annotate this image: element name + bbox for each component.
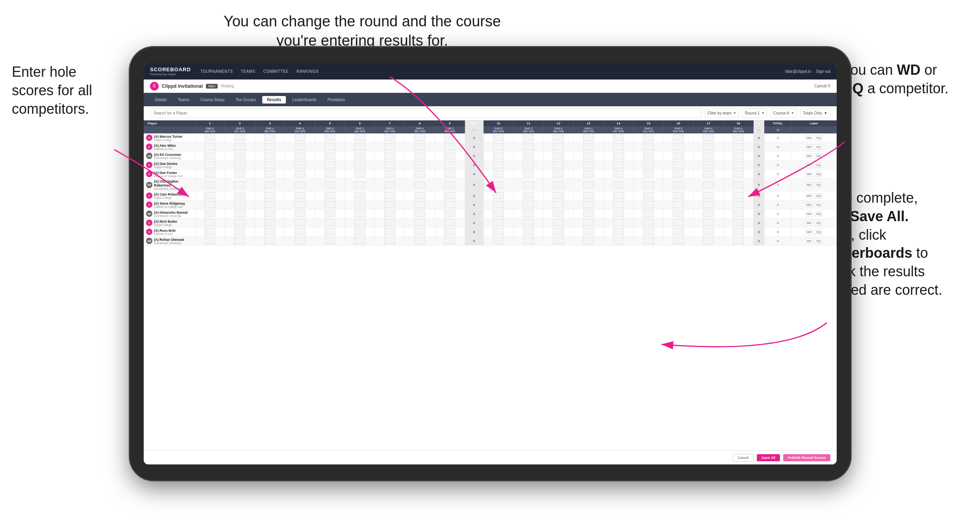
hole-5-input[interactable] [315, 218, 345, 227]
hole-score-field[interactable] [583, 152, 594, 159]
hole-7-input[interactable] [375, 200, 405, 209]
hole-score-field[interactable] [384, 192, 395, 199]
hole-10-input[interactable] [484, 170, 513, 179]
hole-score-field[interactable] [493, 181, 504, 189]
hole-score-field[interactable] [295, 210, 306, 217]
hole-score-field[interactable] [553, 201, 564, 208]
hole-score-field[interactable] [553, 228, 564, 235]
hole-9-input[interactable] [435, 200, 465, 209]
hole-score-field[interactable] [583, 134, 594, 141]
hole-11-input[interactable] [513, 218, 543, 227]
hole-score-field[interactable] [204, 219, 215, 226]
hole-score-field[interactable] [703, 201, 714, 208]
hole-score-field[interactable] [583, 219, 594, 226]
hole-2-input[interactable] [225, 209, 255, 218]
hole-score-field[interactable] [295, 161, 306, 168]
hole-score-field[interactable] [613, 219, 624, 226]
hole-score-field[interactable] [414, 152, 425, 159]
hole-score-field[interactable] [583, 143, 594, 150]
hole-score-field[interactable] [234, 134, 245, 141]
hole-12-input[interactable] [543, 218, 573, 227]
hole-8-input[interactable] [405, 191, 435, 200]
hole-score-field[interactable] [414, 192, 425, 199]
hole-score-field[interactable] [354, 134, 365, 141]
hole-score-field[interactable] [733, 237, 744, 244]
hole-11-input[interactable] [513, 133, 543, 142]
hole-score-field[interactable] [354, 192, 365, 199]
hole-17-input[interactable] [693, 227, 723, 237]
course-dropdown[interactable]: Course A ▼ [771, 109, 797, 118]
hole-score-field[interactable] [703, 219, 714, 226]
hole-score-field[interactable] [673, 219, 684, 226]
hole-score-field[interactable] [204, 134, 215, 141]
hole-score-field[interactable] [553, 192, 564, 199]
wd-button[interactable]: WD [805, 153, 813, 159]
hole-score-field[interactable] [643, 134, 654, 141]
hole-1-input[interactable] [195, 191, 225, 200]
dq-button[interactable]: DQ [815, 239, 822, 244]
hole-score-field[interactable] [234, 143, 245, 150]
hole-score-field[interactable] [643, 237, 654, 244]
hole-7-input[interactable] [375, 133, 405, 142]
hole-score-field[interactable] [324, 134, 335, 141]
hole-12-input[interactable] [543, 133, 573, 142]
hole-17-input[interactable] [693, 179, 723, 191]
hole-score-field[interactable] [613, 237, 624, 244]
hole-score-field[interactable] [384, 228, 395, 235]
hole-score-field[interactable] [444, 152, 455, 159]
hole-2-input[interactable] [225, 152, 255, 161]
hole-5-input[interactable] [315, 200, 345, 209]
hole-13-input[interactable] [574, 191, 604, 200]
hole-4-input[interactable] [285, 142, 315, 152]
hole-score-field[interactable] [384, 152, 395, 159]
dq-button[interactable]: DQ [815, 153, 822, 159]
hole-score-field[interactable] [733, 228, 744, 235]
hole-score-field[interactable] [523, 201, 534, 208]
hole-score-field[interactable] [354, 237, 365, 244]
hole-9-input[interactable] [435, 237, 465, 246]
hole-score-field[interactable] [613, 134, 624, 141]
hole-16-input[interactable] [663, 200, 693, 209]
hole-score-field[interactable] [583, 201, 594, 208]
hole-score-field[interactable] [444, 219, 455, 226]
hole-score-field[interactable] [204, 210, 215, 217]
tab-details[interactable]: Details [150, 96, 172, 104]
hole-score-field[interactable] [673, 170, 684, 178]
hole-7-input[interactable] [375, 161, 405, 170]
hole-score-field[interactable] [703, 152, 714, 159]
hole-5-input[interactable] [315, 191, 345, 200]
hole-score-field[interactable] [733, 181, 744, 189]
hole-15-input[interactable] [634, 179, 663, 191]
hole-score-field[interactable] [204, 161, 215, 168]
hole-3-input[interactable] [255, 191, 285, 200]
hole-score-field[interactable] [414, 219, 425, 226]
hole-15-input[interactable] [634, 161, 663, 170]
hole-8-input[interactable] [405, 179, 435, 191]
hole-11-input[interactable] [513, 142, 543, 152]
dq-button[interactable]: DQ [815, 135, 822, 141]
hole-score-field[interactable] [324, 143, 335, 150]
hole-3-input[interactable] [255, 218, 285, 227]
hole-score-field[interactable] [523, 192, 534, 199]
hole-score-field[interactable] [264, 181, 275, 189]
hole-score-field[interactable] [384, 181, 395, 189]
hole-score-field[interactable] [295, 181, 306, 189]
hole-5-input[interactable] [315, 209, 345, 218]
hole-score-field[interactable] [523, 181, 534, 189]
hole-14-input[interactable] [604, 142, 634, 152]
hole-14-input[interactable] [604, 237, 634, 246]
hole-13-input[interactable] [574, 179, 604, 191]
hole-score-field[interactable] [673, 134, 684, 141]
wd-button[interactable]: WD [805, 144, 813, 150]
hole-score-field[interactable] [444, 161, 455, 168]
hole-score-field[interactable] [204, 170, 215, 178]
hole-16-input[interactable] [663, 227, 693, 237]
hole-score-field[interactable] [234, 181, 245, 189]
hole-7-input[interactable] [375, 209, 405, 218]
hole-1-input[interactable] [195, 170, 225, 179]
hole-score-field[interactable] [354, 201, 365, 208]
hole-score-field[interactable] [414, 201, 425, 208]
hole-14-input[interactable] [604, 200, 634, 209]
hole-score-field[interactable] [523, 228, 534, 235]
hole-5-input[interactable] [315, 170, 345, 179]
